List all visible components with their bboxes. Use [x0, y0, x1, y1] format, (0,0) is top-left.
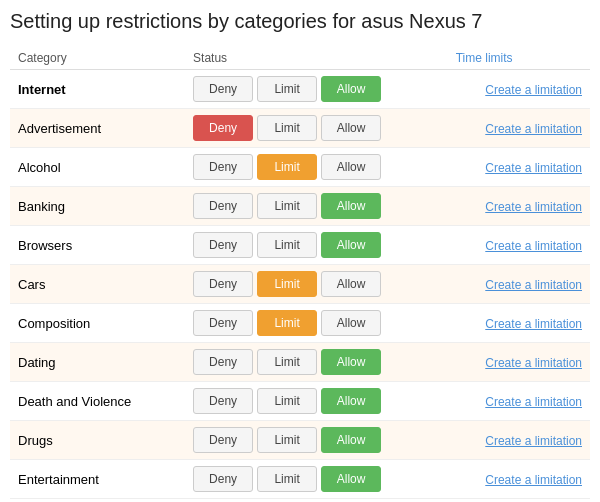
- limit-button[interactable]: Limit: [257, 193, 317, 219]
- category-cell: Alcohol: [10, 148, 185, 187]
- category-cell: Drugs: [10, 421, 185, 460]
- deny-button[interactable]: Deny: [193, 427, 253, 453]
- allow-button[interactable]: Allow: [321, 466, 381, 492]
- allow-button[interactable]: Allow: [321, 388, 381, 414]
- category-cell: Entertainment: [10, 460, 185, 499]
- category-cell: Advertisement: [10, 109, 185, 148]
- deny-button[interactable]: Deny: [193, 310, 253, 336]
- time-limit-cell: Create a limitation: [448, 265, 590, 304]
- time-limit-cell: Create a limitation: [448, 70, 590, 109]
- status-cell: DenyLimitAllow: [185, 421, 448, 460]
- create-limitation-link[interactable]: Create a limitation: [485, 434, 582, 448]
- status-cell: DenyLimitAllow: [185, 382, 448, 421]
- create-limitation-link[interactable]: Create a limitation: [485, 317, 582, 331]
- time-limit-cell: Create a limitation: [448, 343, 590, 382]
- deny-button[interactable]: Deny: [193, 466, 253, 492]
- create-limitation-link[interactable]: Create a limitation: [485, 395, 582, 409]
- limit-button[interactable]: Limit: [257, 310, 317, 336]
- table-row: BankingDenyLimitAllowCreate a limitation: [10, 187, 590, 226]
- allow-button[interactable]: Allow: [321, 76, 381, 102]
- create-limitation-link[interactable]: Create a limitation: [485, 200, 582, 214]
- create-limitation-link[interactable]: Create a limitation: [485, 278, 582, 292]
- time-limit-cell: Create a limitation: [448, 382, 590, 421]
- table-row: EntertainmentDenyLimitAllowCreate a limi…: [10, 460, 590, 499]
- deny-button[interactable]: Deny: [193, 154, 253, 180]
- create-limitation-link[interactable]: Create a limitation: [485, 122, 582, 136]
- deny-button[interactable]: Deny: [193, 76, 253, 102]
- limit-button[interactable]: Limit: [257, 388, 317, 414]
- status-cell: DenyLimitAllow: [185, 148, 448, 187]
- allow-button[interactable]: Allow: [321, 271, 381, 297]
- restrictions-table: Category Status Time limits InternetDeny…: [10, 47, 590, 499]
- table-row: AlcoholDenyLimitAllowCreate a limitation: [10, 148, 590, 187]
- time-limit-cell: Create a limitation: [448, 421, 590, 460]
- category-cell: Banking: [10, 187, 185, 226]
- create-limitation-link[interactable]: Create a limitation: [485, 161, 582, 175]
- deny-button[interactable]: Deny: [193, 349, 253, 375]
- status-cell: DenyLimitAllow: [185, 226, 448, 265]
- status-cell: DenyLimitAllow: [185, 343, 448, 382]
- table-row: AdvertisementDenyLimitAllowCreate a limi…: [10, 109, 590, 148]
- deny-button[interactable]: Deny: [193, 271, 253, 297]
- limit-button[interactable]: Limit: [257, 349, 317, 375]
- time-limit-cell: Create a limitation: [448, 148, 590, 187]
- deny-button[interactable]: Deny: [193, 115, 253, 141]
- table-row: CarsDenyLimitAllowCreate a limitation: [10, 265, 590, 304]
- deny-button[interactable]: Deny: [193, 232, 253, 258]
- deny-button[interactable]: Deny: [193, 388, 253, 414]
- category-cell: Browsers: [10, 226, 185, 265]
- col-status: Status: [185, 47, 448, 70]
- time-limit-cell: Create a limitation: [448, 460, 590, 499]
- limit-button[interactable]: Limit: [257, 232, 317, 258]
- category-cell: Cars: [10, 265, 185, 304]
- allow-button[interactable]: Allow: [321, 193, 381, 219]
- create-limitation-link[interactable]: Create a limitation: [485, 83, 582, 97]
- limit-button[interactable]: Limit: [257, 427, 317, 453]
- col-category: Category: [10, 47, 185, 70]
- create-limitation-link[interactable]: Create a limitation: [485, 356, 582, 370]
- table-row: InternetDenyLimitAllowCreate a limitatio…: [10, 70, 590, 109]
- category-cell: Dating: [10, 343, 185, 382]
- deny-button[interactable]: Deny: [193, 193, 253, 219]
- status-cell: DenyLimitAllow: [185, 304, 448, 343]
- table-row: DatingDenyLimitAllowCreate a limitation: [10, 343, 590, 382]
- allow-button[interactable]: Allow: [321, 310, 381, 336]
- time-limit-cell: Create a limitation: [448, 226, 590, 265]
- time-limit-cell: Create a limitation: [448, 304, 590, 343]
- time-limit-cell: Create a limitation: [448, 187, 590, 226]
- status-cell: DenyLimitAllow: [185, 460, 448, 499]
- allow-button[interactable]: Allow: [321, 115, 381, 141]
- allow-button[interactable]: Allow: [321, 232, 381, 258]
- allow-button[interactable]: Allow: [321, 154, 381, 180]
- status-cell: DenyLimitAllow: [185, 265, 448, 304]
- limit-button[interactable]: Limit: [257, 466, 317, 492]
- col-time-limits: Time limits: [448, 47, 590, 70]
- status-cell: DenyLimitAllow: [185, 70, 448, 109]
- time-limit-cell: Create a limitation: [448, 109, 590, 148]
- limit-button[interactable]: Limit: [257, 76, 317, 102]
- table-row: BrowsersDenyLimitAllowCreate a limitatio…: [10, 226, 590, 265]
- allow-button[interactable]: Allow: [321, 349, 381, 375]
- category-cell: Composition: [10, 304, 185, 343]
- status-cell: DenyLimitAllow: [185, 109, 448, 148]
- category-cell: Internet: [10, 70, 185, 109]
- limit-button[interactable]: Limit: [257, 154, 317, 180]
- category-cell: Death and Violence: [10, 382, 185, 421]
- table-row: Death and ViolenceDenyLimitAllowCreate a…: [10, 382, 590, 421]
- page-title: Setting up restrictions by categories fo…: [10, 10, 590, 33]
- create-limitation-link[interactable]: Create a limitation: [485, 473, 582, 487]
- table-row: DrugsDenyLimitAllowCreate a limitation: [10, 421, 590, 460]
- create-limitation-link[interactable]: Create a limitation: [485, 239, 582, 253]
- limit-button[interactable]: Limit: [257, 115, 317, 141]
- status-cell: DenyLimitAllow: [185, 187, 448, 226]
- table-row: CompositionDenyLimitAllowCreate a limita…: [10, 304, 590, 343]
- allow-button[interactable]: Allow: [321, 427, 381, 453]
- limit-button[interactable]: Limit: [257, 271, 317, 297]
